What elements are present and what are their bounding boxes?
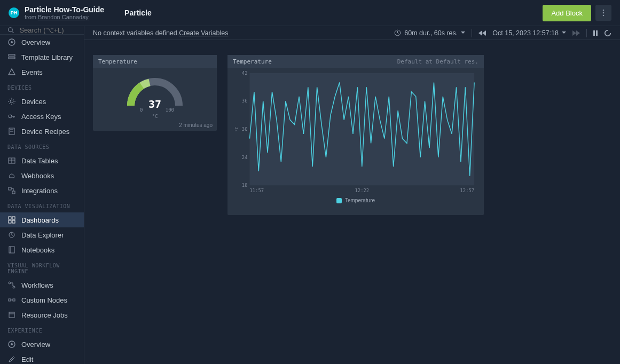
sidebar-item-label: Webhooks xyxy=(21,172,54,180)
sidebar-item-label: Workflows xyxy=(21,281,53,289)
svg-point-2 xyxy=(603,15,605,17)
svg-point-3 xyxy=(9,28,13,32)
add-block-button[interactable]: Add Block xyxy=(543,5,591,21)
svg-rect-29 xyxy=(593,30,595,36)
svg-text:36: 36 xyxy=(242,98,248,104)
sidebar-item-overview[interactable]: Overview xyxy=(0,35,84,50)
svg-rect-16 xyxy=(12,217,15,219)
integration-icon xyxy=(7,186,16,195)
more-vertical-icon xyxy=(602,9,605,17)
svg-rect-8 xyxy=(9,57,15,59)
sidebar-item-label: Integrations xyxy=(21,187,58,195)
svg-rect-15 xyxy=(9,217,11,219)
gauge-min: 0 xyxy=(140,107,143,113)
clock-icon xyxy=(394,29,401,36)
svg-rect-25 xyxy=(9,312,14,318)
legend-swatch xyxy=(336,198,342,203)
temperature-chart-widget[interactable]: Temperature Default at Default res. 1824… xyxy=(227,55,484,215)
sidebar-item-template-library[interactable]: Template Library xyxy=(0,50,84,65)
chevron-down-icon xyxy=(562,31,566,34)
forward-icon[interactable] xyxy=(572,30,580,36)
svg-rect-20 xyxy=(9,247,14,253)
nav-section-header: DEVICES xyxy=(0,80,84,94)
sidebar-item-label: Edit xyxy=(21,355,33,363)
sidebar-item-label: Notebooks xyxy=(21,246,54,254)
gauge-unit: °C xyxy=(152,114,158,119)
sidebar-item-data-explorer[interactable]: Data Explorer xyxy=(0,227,84,242)
svg-rect-18 xyxy=(12,220,15,223)
search-icon xyxy=(7,26,14,34)
notebook-icon xyxy=(7,246,16,254)
sidebar-item-label: Dashboards xyxy=(21,216,59,224)
svg-rect-23 xyxy=(9,299,11,301)
gauge-footer: 2 minutes ago xyxy=(93,121,217,131)
svg-text:12:57: 12:57 xyxy=(460,188,475,193)
sidebar-item-overview[interactable]: Overview xyxy=(0,337,84,352)
sidebar-item-label: Data Tables xyxy=(21,157,58,165)
nodes-icon xyxy=(7,296,16,304)
sidebar-item-data-tables[interactable]: Data Tables xyxy=(0,153,84,168)
sidebar-item-label: Overview xyxy=(21,341,50,349)
svg-text:42: 42 xyxy=(242,71,248,76)
svg-rect-7 xyxy=(9,54,15,56)
sidebar-item-notebooks[interactable]: Notebooks xyxy=(0,242,84,257)
more-menu-button[interactable] xyxy=(595,5,611,21)
gauge-max: 100 xyxy=(166,107,174,113)
page-title: Particle xyxy=(124,9,152,17)
sidebar-item-device-recipes[interactable]: Device Recipes xyxy=(0,124,84,139)
loading-spinner-icon xyxy=(604,29,611,37)
sidebar-item-devices[interactable]: Devices xyxy=(0,94,84,109)
sidebar-item-custom-nodes[interactable]: Custom Nodes xyxy=(0,292,84,307)
duration-picker[interactable]: 60m dur., 60s res. xyxy=(394,29,465,37)
sidebar-item-label: Device Recipes xyxy=(21,128,69,136)
svg-point-10 xyxy=(9,115,12,118)
sidebar-item-label: Resource Jobs xyxy=(21,311,68,319)
sidebar-item-resource-jobs[interactable]: Resource Jobs xyxy=(0,307,84,322)
alert-icon xyxy=(7,68,16,76)
chart-header-right: Default at Default res. xyxy=(397,58,478,65)
sidebar-item-events[interactable]: Events xyxy=(0,65,84,80)
create-variables-link[interactable]: Create Variables xyxy=(179,29,228,37)
search-input[interactable] xyxy=(19,26,76,34)
stack-icon xyxy=(7,53,16,61)
svg-point-21 xyxy=(9,282,11,284)
pencil-icon xyxy=(7,355,16,363)
nav-section-header: EXPERIENCE xyxy=(0,322,84,337)
app-subtitle: from Brandon Cannaday xyxy=(25,14,104,20)
sidebar-item-integrations[interactable]: Integrations xyxy=(0,183,84,198)
workflow-icon xyxy=(7,281,16,289)
svg-text:11:57: 11:57 xyxy=(249,188,264,193)
dashboard-icon xyxy=(7,216,16,224)
sidebar-item-dashboards[interactable]: Dashboards xyxy=(0,212,84,227)
sidebar-item-edit[interactable]: Edit xyxy=(0,352,84,364)
timestamp-picker[interactable]: Oct 15, 2023 12:57:18 xyxy=(492,29,566,37)
gauge-widget[interactable]: Temperature 37 °C 0 100 2 minutes ago xyxy=(93,55,217,131)
svg-text:24: 24 xyxy=(242,155,248,160)
svg-point-1 xyxy=(603,12,605,14)
sidebar-item-workflows[interactable]: Workflows xyxy=(0,278,84,292)
chevron-down-icon xyxy=(461,31,465,34)
svg-rect-30 xyxy=(596,30,598,36)
svg-point-0 xyxy=(603,10,605,11)
sidebar-item-webhooks[interactable]: Webhooks xyxy=(0,168,84,183)
webhook-icon xyxy=(7,171,16,180)
sidebar-item-label: Events xyxy=(21,68,43,76)
svg-point-22 xyxy=(13,286,15,288)
svg-point-6 xyxy=(11,41,13,43)
svg-text:°C: °C xyxy=(234,126,239,132)
author-link[interactable]: Brandon Cannaday xyxy=(38,14,89,20)
sidebar-item-access-keys[interactable]: Access Keys xyxy=(0,109,84,124)
chart-title: Temperature xyxy=(233,58,272,65)
sidebar-item-label: Data Explorer xyxy=(21,231,64,239)
rewind-icon[interactable] xyxy=(478,30,486,36)
table-icon xyxy=(7,156,16,165)
nav-section-header: DATA VISUALIZATION xyxy=(0,198,84,212)
pause-icon[interactable] xyxy=(593,30,598,36)
app-title: Particle How-To-Guide xyxy=(25,5,104,14)
svg-text:18: 18 xyxy=(242,183,248,188)
svg-point-31 xyxy=(605,30,611,36)
svg-rect-13 xyxy=(9,187,11,190)
svg-rect-24 xyxy=(13,299,15,301)
svg-text:12:22: 12:22 xyxy=(355,188,370,193)
radar-icon xyxy=(7,340,16,349)
